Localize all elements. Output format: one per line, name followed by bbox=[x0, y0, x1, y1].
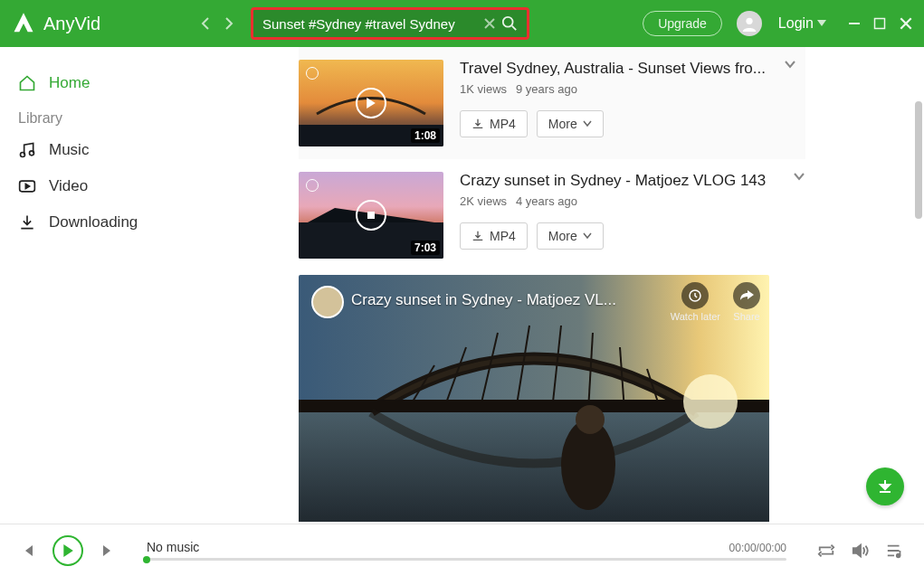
sidebar-item-home[interactable]: Home bbox=[18, 65, 181, 101]
sidebar-label: Downloading bbox=[49, 213, 138, 231]
result-stats: 1K views9 years ago bbox=[460, 82, 796, 96]
play-icon bbox=[356, 88, 386, 118]
nav-back-button[interactable] bbox=[200, 16, 211, 31]
duration-badge: 1:08 bbox=[411, 128, 440, 143]
clear-search-icon[interactable] bbox=[483, 17, 496, 30]
next-track-button[interactable] bbox=[100, 543, 116, 559]
playlist-button[interactable] bbox=[886, 543, 904, 559]
home-icon bbox=[18, 74, 36, 92]
svg-point-26 bbox=[897, 553, 900, 557]
svg-point-23 bbox=[576, 405, 605, 434]
download-fab[interactable] bbox=[866, 467, 904, 505]
volume-button[interactable] bbox=[852, 543, 870, 559]
video-thumbnail[interactable]: 1:08 bbox=[299, 60, 443, 146]
main-content: 1:08 Travel Sydney, Australia - Sunset V… bbox=[181, 47, 924, 522]
app-logo-icon bbox=[11, 11, 36, 36]
sidebar: Home Library Music Video Downloading bbox=[0, 47, 181, 522]
login-button[interactable]: Login bbox=[778, 15, 826, 32]
svg-point-4 bbox=[30, 151, 34, 156]
window-controls bbox=[848, 16, 913, 31]
svg-rect-2 bbox=[875, 19, 885, 29]
svg-point-1 bbox=[746, 18, 752, 24]
stop-icon bbox=[356, 200, 386, 231]
sidebar-item-video[interactable]: Video bbox=[18, 168, 181, 204]
player-bar: No music 00:00/00:00 bbox=[0, 524, 924, 576]
svg-point-24 bbox=[683, 374, 738, 429]
player-title: Crazy sunset in Sydney - Matjoez VL... bbox=[351, 291, 616, 309]
result-title[interactable]: Crazy sunset in Sydney - Matjoez VLOG 14… bbox=[460, 172, 782, 190]
svg-point-3 bbox=[21, 153, 25, 157]
more-button[interactable]: More bbox=[537, 110, 604, 137]
more-button[interactable]: More bbox=[537, 222, 604, 250]
play-button[interactable] bbox=[52, 535, 83, 566]
video-player[interactable]: Crazy sunset in Sydney - Matjoez VL... W… bbox=[299, 275, 769, 522]
sidebar-label: Video bbox=[49, 177, 88, 195]
nav-arrows bbox=[200, 16, 234, 31]
svg-rect-10 bbox=[367, 212, 375, 219]
channel-avatar[interactable] bbox=[311, 286, 344, 318]
share-arrow-icon bbox=[739, 289, 754, 302]
search-result: 1:08 Travel Sydney, Australia - Sunset V… bbox=[299, 47, 805, 159]
avatar[interactable] bbox=[737, 11, 762, 36]
nav-forward-button[interactable] bbox=[224, 16, 234, 31]
track-area: No music 00:00/00:00 bbox=[132, 540, 801, 561]
time-display: 00:00/00:00 bbox=[729, 542, 786, 554]
sidebar-item-music[interactable]: Music bbox=[18, 132, 181, 168]
result-title[interactable]: Travel Sydney, Australia - Sunset Views … bbox=[460, 60, 773, 78]
select-circle-icon[interactable] bbox=[306, 179, 319, 192]
previous-track-button[interactable] bbox=[20, 543, 36, 559]
seek-bar[interactable] bbox=[147, 558, 786, 561]
search-icon[interactable] bbox=[501, 15, 518, 32]
search-result: 7:03 Crazy sunset in Sydney - Matjoez VL… bbox=[299, 159, 805, 271]
video-icon bbox=[18, 177, 36, 195]
select-circle-icon[interactable] bbox=[306, 67, 319, 80]
app-name: AnyVid bbox=[43, 14, 100, 34]
search-input[interactable] bbox=[262, 16, 483, 32]
video-thumbnail[interactable]: 7:03 bbox=[299, 172, 443, 259]
sidebar-section-header: Library bbox=[18, 101, 181, 132]
app-header: AnyVid Upgrade Login bbox=[0, 0, 924, 47]
upgrade-button[interactable]: Upgrade bbox=[643, 11, 722, 36]
watch-later-button[interactable]: Watch later bbox=[671, 282, 720, 322]
close-button[interactable] bbox=[899, 16, 913, 31]
duration-badge: 7:03 bbox=[411, 241, 440, 255]
clock-icon bbox=[688, 288, 702, 303]
download-file-icon bbox=[472, 118, 484, 130]
format-button[interactable]: MP4 bbox=[460, 222, 528, 250]
play-icon bbox=[62, 544, 74, 557]
download-file-icon bbox=[472, 230, 484, 242]
maximize-button[interactable] bbox=[873, 17, 886, 30]
download-icon bbox=[18, 213, 36, 231]
svg-point-0 bbox=[503, 17, 513, 27]
scrollbar[interactable] bbox=[915, 101, 922, 219]
music-icon bbox=[18, 141, 36, 159]
chevron-down-icon bbox=[583, 120, 592, 127]
sidebar-label: Music bbox=[49, 141, 89, 159]
sidebar-item-downloading[interactable]: Downloading bbox=[18, 204, 181, 241]
result-stats: 2K views4 years ago bbox=[460, 194, 805, 208]
minimize-button[interactable] bbox=[848, 17, 861, 30]
chevron-down-icon bbox=[583, 232, 592, 240]
repeat-button[interactable] bbox=[817, 543, 835, 559]
chevron-down-icon bbox=[817, 20, 826, 27]
chevron-down-icon[interactable] bbox=[784, 60, 796, 69]
download-icon bbox=[876, 477, 894, 496]
chevron-down-icon[interactable] bbox=[793, 172, 805, 181]
share-button[interactable]: Share bbox=[733, 282, 760, 322]
sidebar-label: Home bbox=[49, 74, 90, 92]
login-label: Login bbox=[778, 15, 814, 32]
now-playing-label: No music bbox=[147, 540, 199, 554]
search-bar bbox=[251, 7, 529, 40]
format-button[interactable]: MP4 bbox=[460, 110, 528, 137]
